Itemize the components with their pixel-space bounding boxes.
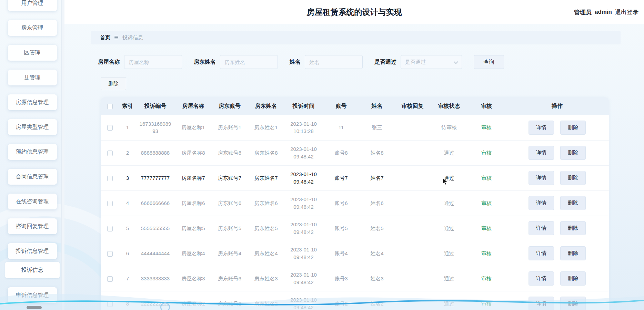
detail-button[interactable]: 详情 bbox=[529, 121, 554, 135]
row-checkbox[interactable] bbox=[107, 201, 113, 206]
cell-landlord-name: 房东姓名3 bbox=[248, 266, 284, 291]
cell-account: 账号4 bbox=[323, 241, 360, 266]
cell-complaint-no: 5555555555 bbox=[136, 216, 175, 241]
sidebar-scrollbar[interactable] bbox=[61, 0, 64, 310]
table-row: 6 4444444444 房屋名称4 房东账号4 房东姓名4 2023-01-1… bbox=[101, 241, 609, 266]
cell-name: 姓名6 bbox=[360, 190, 394, 216]
header: 房屋租赁系统的设计与实现 管理员 admin 退出登录 bbox=[64, 0, 644, 24]
review-link[interactable]: 审核 bbox=[481, 301, 492, 307]
cell-time: 2023-01-10 09:48:42 bbox=[284, 216, 323, 241]
row-delete-button[interactable]: 删除 bbox=[560, 171, 586, 185]
sidebar-item[interactable]: 用户管理 bbox=[8, 0, 57, 11]
cell-review-reply bbox=[394, 241, 431, 266]
passed-select[interactable]: 是否通过 bbox=[401, 55, 462, 69]
cell-review-reply bbox=[394, 165, 431, 190]
cell-time: 2023-01-10 09:48:42 bbox=[284, 190, 323, 216]
sidebar-item[interactable]: 区管理 bbox=[8, 45, 57, 61]
review-link[interactable]: 审核 bbox=[481, 124, 492, 130]
sidebar-item[interactable]: 咨询回复管理 bbox=[8, 218, 57, 234]
cell-account: 账号8 bbox=[323, 140, 360, 165]
cell-review-status: 通过 bbox=[431, 216, 467, 241]
cell-landlord-account: 房东账号7 bbox=[212, 165, 248, 190]
row-checkbox[interactable] bbox=[107, 125, 113, 131]
col-header-review-reply: 审核回复 bbox=[394, 97, 431, 115]
sidebar-item[interactable]: 预约信息管理 bbox=[8, 144, 57, 160]
cell-house-name: 房屋名称1 bbox=[175, 115, 212, 140]
col-header-house-name: 房屋名称 bbox=[175, 97, 212, 115]
row-delete-button[interactable]: 删除 bbox=[560, 121, 586, 135]
sidebar-item[interactable]: 房源信息管理 bbox=[8, 94, 57, 110]
detail-button[interactable]: 详情 bbox=[529, 271, 554, 286]
breadcrumb-home[interactable]: 首页 bbox=[100, 34, 110, 41]
landlord-name-input[interactable] bbox=[220, 55, 278, 69]
name-input[interactable] bbox=[305, 55, 363, 69]
cell-review-reply bbox=[394, 190, 431, 216]
username: admin bbox=[595, 9, 612, 16]
cell-name: 姓名4 bbox=[360, 241, 394, 266]
row-delete-button[interactable]: 删除 bbox=[560, 297, 586, 310]
row-delete-button[interactable]: 删除 bbox=[560, 246, 586, 260]
filter-name: 姓名 bbox=[290, 55, 363, 69]
select-all-checkbox[interactable] bbox=[107, 104, 113, 109]
col-header-landlord-name: 房东姓名 bbox=[248, 97, 284, 115]
sidebar-item[interactable]: 县管理 bbox=[8, 70, 57, 85]
table-row: 5 5555555555 房屋名称5 房东账号5 房东姓名5 2023-01-1… bbox=[101, 216, 609, 241]
sidebar-item[interactable]: 房屋类型管理 bbox=[8, 119, 57, 135]
row-delete-button[interactable]: 删除 bbox=[560, 271, 586, 286]
table-row: 1 1673316808993 房屋名称1 房东账号1 房东姓名1 2023-0… bbox=[101, 115, 609, 140]
bulk-delete-button[interactable]: 删除 bbox=[101, 77, 126, 90]
sidebar-item[interactable]: 投诉信息管理 bbox=[8, 243, 57, 259]
sidebar-horizontal-scrollbar-thumb[interactable] bbox=[27, 306, 42, 309]
cell-complaint-no: 7777777777 bbox=[136, 165, 175, 190]
row-delete-button[interactable]: 删除 bbox=[560, 146, 586, 160]
row-checkbox[interactable] bbox=[107, 151, 113, 156]
review-link[interactable]: 审核 bbox=[481, 276, 492, 281]
sidebar-item[interactable]: 房东管理 bbox=[8, 20, 57, 36]
row-checkbox[interactable] bbox=[107, 226, 113, 231]
sidebar-item-active[interactable]: 投诉信息 bbox=[5, 262, 60, 278]
col-header-review-status: 审核状态 bbox=[431, 97, 467, 115]
cell-index: 8 bbox=[119, 291, 136, 310]
detail-button[interactable]: 详情 bbox=[529, 246, 554, 260]
cell-landlord-name: 房东姓名8 bbox=[248, 140, 284, 165]
review-link[interactable]: 审核 bbox=[481, 225, 492, 231]
detail-button[interactable]: 详情 bbox=[529, 171, 554, 185]
cell-name: 姓名3 bbox=[360, 266, 394, 291]
row-delete-button[interactable]: 删除 bbox=[560, 196, 586, 210]
user-info: 管理员 admin 退出登录 bbox=[574, 0, 638, 24]
cell-review-status: 通过 bbox=[431, 266, 467, 291]
cell-review-reply bbox=[394, 140, 431, 165]
table-body: 1 1673316808993 房屋名称1 房东账号1 房东姓名1 2023-0… bbox=[101, 115, 609, 310]
detail-button[interactable]: 详情 bbox=[529, 221, 554, 235]
sidebar-item[interactable]: 合同信息管理 bbox=[8, 169, 57, 185]
filter-house-name: 房屋名称 bbox=[98, 55, 182, 69]
row-checkbox[interactable] bbox=[107, 301, 113, 307]
cell-name: 张三 bbox=[360, 115, 394, 140]
cell-account: 账号2 bbox=[323, 291, 360, 310]
detail-button[interactable]: 详情 bbox=[529, 297, 554, 310]
review-link[interactable]: 审核 bbox=[481, 175, 492, 181]
review-link[interactable]: 审核 bbox=[481, 150, 492, 156]
review-link[interactable]: 审核 bbox=[481, 250, 492, 256]
house-name-input[interactable] bbox=[124, 55, 182, 69]
passed-label: 是否通过 bbox=[374, 59, 396, 66]
review-link[interactable]: 审核 bbox=[481, 200, 492, 206]
cell-index: 2 bbox=[119, 140, 136, 165]
row-checkbox[interactable] bbox=[107, 176, 113, 181]
table-row: 8 2222222222 房屋名称2 房东账号2 房东姓名2 2023-01-1… bbox=[101, 291, 609, 310]
query-button[interactable]: 查询 bbox=[474, 55, 504, 69]
detail-button[interactable]: 详情 bbox=[529, 196, 554, 210]
house-name-label: 房屋名称 bbox=[98, 59, 120, 66]
cell-house-name: 房屋名称2 bbox=[175, 291, 212, 310]
logout-link[interactable]: 退出登录 bbox=[615, 8, 638, 16]
cell-time: 2023-01-10 09:48:42 bbox=[284, 266, 323, 291]
landlord-name-label: 房东姓名 bbox=[194, 59, 216, 66]
sidebar-item[interactable]: 申诉信息管理 bbox=[8, 287, 57, 303]
cell-name: 姓名5 bbox=[360, 216, 394, 241]
row-checkbox[interactable] bbox=[107, 251, 113, 257]
cell-landlord-account: 房东账号1 bbox=[212, 115, 248, 140]
sidebar-item[interactable]: 在线咨询管理 bbox=[8, 194, 57, 209]
row-delete-button[interactable]: 删除 bbox=[560, 221, 586, 235]
detail-button[interactable]: 详情 bbox=[529, 146, 554, 160]
row-checkbox[interactable] bbox=[107, 276, 113, 282]
